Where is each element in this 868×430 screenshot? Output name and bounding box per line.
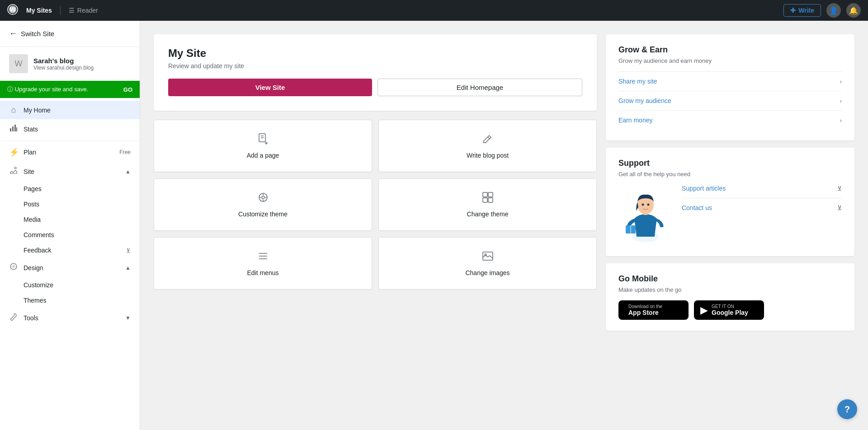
svg-rect-4 [14,125,16,131]
svg-point-15 [262,196,264,199]
right-panel: Grow & Earn Grow my audience and earn mo… [597,34,854,331]
notifications-icon[interactable]: 🔔 [846,3,861,18]
switch-site-button[interactable]: ← Switch Site [0,21,140,47]
my-home-label: My Home [24,107,131,114]
design-chevron-icon: ▲ [125,265,131,271]
my-sites-button[interactable]: My Sites [22,4,57,17]
go-mobile-title: Go Mobile [618,274,842,284]
main-content: My Site Review and update my site View S… [140,21,868,430]
svg-rect-18 [483,198,487,202]
app-store-small: Download on the [628,304,662,309]
stats-icon [9,124,18,134]
view-site-button[interactable]: View Site [168,79,372,96]
grid-row-1: Add a page Write blog post [154,120,597,172]
svg-point-6 [14,167,16,169]
change-images-card[interactable]: Change images [378,237,597,290]
sidebar-sub-item-customize[interactable]: Customize [0,277,140,293]
svg-text:W: W [9,6,16,13]
sidebar-sub-item-feedback[interactable]: Feedback ⊻ [0,243,140,258]
plan-label: Plan [24,149,114,156]
design-icon [9,262,18,273]
sidebar-item-my-home[interactable]: ⌂ My Home [0,101,140,119]
svg-rect-17 [488,192,493,197]
site-info: W Sarah's blog View sarahui.design.blog [0,47,140,81]
feedback-label: Feedback [24,247,51,254]
app-store-text: Download on the App Store [628,304,662,316]
edit-homepage-button[interactable]: Edit Homepage [377,79,582,96]
support-inner: Support articles ⊻ Contact us ⊻ [618,185,842,245]
sidebar-sub-item-pages[interactable]: Pages [0,181,140,196]
sidebar-sub-item-comments[interactable]: Comments [0,227,140,243]
write-blog-card[interactable]: Write blog post [378,120,597,172]
svg-rect-3 [12,126,14,131]
google-play-text: GET IT ON Google Play [712,304,748,316]
app-store-badge[interactable]: Download on the App Store [618,300,689,320]
earn-money-link[interactable]: Earn money › [618,110,842,130]
grid-row-2: Customize theme Change theme [154,178,597,231]
help-button[interactable]: ? [837,399,857,419]
sidebar-item-tools[interactable]: Tools ▼ [0,308,140,327]
google-play-badge[interactable]: ▶ GET IT ON Google Play [694,300,764,320]
user-avatar[interactable]: 👤 [826,3,841,18]
reader-button[interactable]: ☰ Reader [64,4,103,17]
wordpress-logo-icon: W [7,4,18,17]
earn-money-chevron-icon: › [840,117,842,124]
sidebar-item-stats[interactable]: Stats [0,119,140,139]
share-site-link[interactable]: Share my site › [618,71,842,91]
support-articles-external-icon: ⊻ [837,185,842,192]
main-left: My Site Review and update my site View S… [154,34,597,331]
google-play-small: GET IT ON [712,304,748,309]
tools-icon [9,313,18,323]
main-inner: My Site Review and update my site View S… [154,34,854,331]
edit-menus-icon [257,250,269,265]
upgrade-text: ⓘ Upgrade your site and save. [7,85,88,93]
site-card-subtitle: Review and update my site [168,62,582,70]
info-icon: ⓘ [7,86,13,93]
add-page-card[interactable]: Add a page [154,120,372,172]
svg-line-13 [488,137,490,139]
sidebar-sub-item-posts[interactable]: Posts [0,196,140,212]
customize-theme-card[interactable]: Customize theme [154,178,372,231]
upgrade-banner[interactable]: ⓘ Upgrade your site and save. GO [0,81,140,98]
add-page-label: Add a page [247,152,279,159]
write-blog-icon [482,133,494,147]
comments-label: Comments [24,231,54,238]
sidebar-item-site[interactable]: Site ▲ [0,162,140,181]
edit-menus-card[interactable]: Edit menus [154,237,372,290]
site-url: View sarahui.design.blog [33,65,94,71]
sidebar-item-plan[interactable]: ⚡ Plan Free [0,143,140,162]
sidebar: ← Switch Site W Sarah's blog View sarahu… [0,21,140,430]
posts-label: Posts [24,201,39,208]
grow-earn-card: Grow & Earn Grow my audience and earn mo… [606,34,854,140]
grow-audience-chevron-icon: › [840,98,842,104]
change-theme-label: Change theme [467,210,509,218]
change-images-label: Change images [465,269,509,276]
grow-earn-title: Grow & Earn [618,45,842,55]
contact-us-link[interactable]: Contact us ⊻ [682,198,842,217]
svg-rect-2 [10,128,11,131]
svg-rect-19 [488,198,493,202]
reader-label: Reader [77,7,98,14]
media-label: Media [24,216,41,223]
go-mobile-card: Go Mobile Make updates on the go Downloa… [606,263,854,331]
design-label: Design [24,264,120,271]
app-store-big: App Store [628,309,662,316]
customize-label: Customize [24,281,53,289]
support-card: Support Get all of the help you need [606,148,854,256]
sidebar-sub-item-media[interactable]: Media [0,212,140,227]
sidebar-sub-item-themes[interactable]: Themes [0,293,140,308]
customize-theme-icon [257,192,269,206]
change-theme-card[interactable]: Change theme [378,178,597,231]
contact-us-label: Contact us [682,204,712,211]
grow-audience-link[interactable]: Grow my audience › [618,91,842,110]
plan-icon: ⚡ [9,147,18,157]
write-button[interactable]: ✚ Write [783,4,821,17]
google-play-icon: ▶ [700,304,708,316]
write-blog-label: Write blog post [467,152,509,159]
sidebar-item-design[interactable]: Design ▲ [0,258,140,277]
nav-section: ⌂ My Home Stats ⚡ Plan Free [0,98,140,330]
tools-label: Tools [24,314,120,322]
support-title: Support [618,159,842,168]
upgrade-go-button[interactable]: GO [123,86,132,93]
support-articles-link[interactable]: Support articles ⊻ [682,185,842,198]
